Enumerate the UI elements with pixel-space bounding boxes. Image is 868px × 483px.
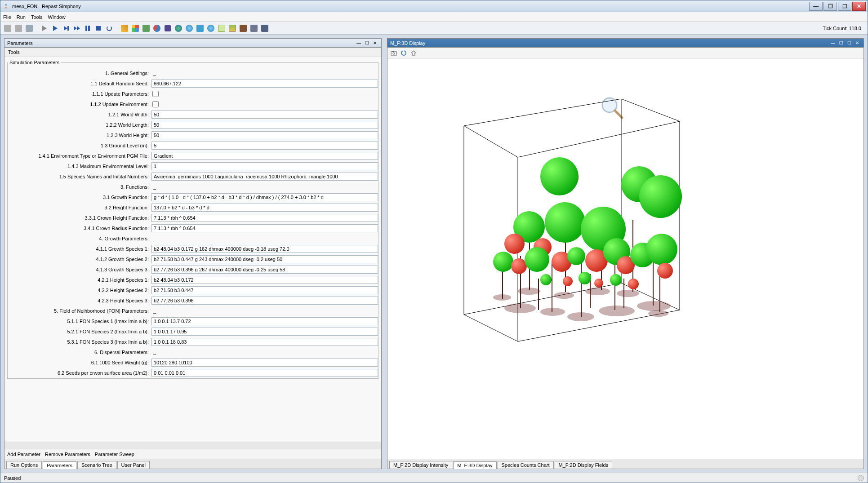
param-input[interactable] <box>151 173 378 181</box>
statusbar: Paused <box>0 473 868 483</box>
wand-button[interactable] <box>120 24 129 33</box>
truck-button[interactable] <box>260 24 269 33</box>
param-row: 1.2.1 World Width: <box>8 110 378 120</box>
param-input[interactable] <box>151 131 378 139</box>
photo-button[interactable] <box>228 24 237 33</box>
param-input[interactable] <box>151 111 378 119</box>
3d-viewport[interactable] <box>387 58 864 459</box>
param-input[interactable] <box>151 204 378 212</box>
param-input[interactable] <box>151 328 378 336</box>
svg-rect-2 <box>392 51 394 52</box>
remove-parameters-link[interactable]: Remove Parameters <box>45 452 90 457</box>
open-button[interactable] <box>3 24 12 33</box>
param-input[interactable] <box>151 369 378 377</box>
fast-forward-button[interactable] <box>72 24 81 33</box>
stop-button[interactable] <box>94 24 103 33</box>
menu-window[interactable]: Window <box>48 14 66 20</box>
param-label: 6.1 1000 Seed Weight (g): <box>8 360 151 365</box>
panel-min-icon[interactable]: — <box>355 40 362 46</box>
home-icon[interactable] <box>410 49 417 57</box>
pause-button[interactable] <box>83 24 92 33</box>
tab[interactable]: Parameters <box>43 461 76 469</box>
database-button[interactable] <box>25 24 34 33</box>
globe-button[interactable] <box>174 24 183 33</box>
param-input[interactable] <box>151 162 378 170</box>
refresh-icon[interactable] <box>400 49 407 57</box>
param-row: 3. Functions:_ <box>8 182 378 192</box>
params-scroll[interactable]: Simulation Parameters 1. General Setting… <box>4 57 381 442</box>
param-label: 1.2.3 World Height: <box>8 133 151 138</box>
menu-file[interactable]: File <box>3 14 11 20</box>
param-input[interactable] <box>151 142 378 150</box>
agents-button[interactable] <box>142 24 151 33</box>
settings-button[interactable] <box>249 24 258 33</box>
param-label: 4.2.2 Height Species 2: <box>8 288 151 293</box>
step-button[interactable] <box>62 24 71 33</box>
param-input[interactable] <box>151 152 378 160</box>
network-button[interactable] <box>206 24 215 33</box>
panel-close-icon[interactable]: ✕ <box>371 40 378 46</box>
tab[interactable]: M_F:3D Display <box>453 461 496 469</box>
tab[interactable]: Scenario Tree <box>77 461 116 469</box>
param-input[interactable] <box>151 276 378 284</box>
init-button[interactable] <box>40 24 49 33</box>
play-button[interactable] <box>51 24 60 33</box>
param-input[interactable] <box>151 245 378 253</box>
sheet-button[interactable] <box>217 24 226 33</box>
param-checkbox[interactable] <box>152 91 159 97</box>
menu-tools[interactable]: Tools <box>31 14 43 20</box>
tab[interactable]: M_F:2D Display Fields <box>555 461 613 469</box>
parameters-panel: Parameters — ☐ ✕ Tools Simulation Parame… <box>4 38 382 469</box>
display-panel: M_F:3D Display — ❐ ☐ ✕ <box>387 38 864 469</box>
tiles-button[interactable] <box>131 24 140 33</box>
param-label: 1.1.2 Update Environment: <box>8 102 151 107</box>
disk-button[interactable] <box>163 24 172 33</box>
param-input[interactable] <box>151 317 378 325</box>
restore-button[interactable]: ❐ <box>823 2 837 11</box>
panel-max-icon[interactable]: ☐ <box>846 40 853 46</box>
param-input[interactable] <box>151 297 378 305</box>
add-parameter-link[interactable]: Add Parameter <box>7 452 40 457</box>
param-label: 5.3.1 FON Species 3 (Imax Imin a b): <box>8 339 151 345</box>
param-row: 6. Dispersal Parameters:_ <box>8 347 378 357</box>
param-input[interactable] <box>151 214 378 222</box>
minimize-button[interactable]: — <box>809 2 823 11</box>
param-input[interactable] <box>151 193 378 201</box>
param-label: 1.1 Default Random Seed: <box>8 81 151 86</box>
param-row: 3.3.1 Crown Height Function: <box>8 213 378 223</box>
panel-max-icon[interactable]: ☐ <box>363 40 370 46</box>
param-input[interactable] <box>151 338 378 346</box>
panel-min-icon[interactable]: — <box>829 40 837 46</box>
tab[interactable]: Species Counts Chart <box>498 461 554 469</box>
tab[interactable]: Run Options <box>6 461 42 469</box>
tab[interactable]: User Panel <box>117 461 150 469</box>
menu-run[interactable]: Run <box>17 14 26 20</box>
param-checkbox[interactable] <box>152 101 159 107</box>
tools-label[interactable]: Tools <box>4 48 381 57</box>
camera-icon[interactable] <box>390 49 397 57</box>
param-label: 4.2.3 Height Species 3: <box>8 298 151 303</box>
panel-close-icon[interactable]: ✕ <box>854 40 861 46</box>
tab[interactable]: M_F:2D Display Intensity <box>389 461 452 469</box>
param-label: 4. Growth Parameters: <box>8 236 151 241</box>
save-button[interactable] <box>14 24 23 33</box>
param-input[interactable] <box>151 359 378 367</box>
param-input[interactable] <box>151 255 378 263</box>
close-button[interactable]: ✕ <box>852 2 866 11</box>
param-input[interactable] <box>151 266 378 274</box>
chart-button[interactable] <box>152 24 161 33</box>
movie-button[interactable] <box>239 24 248 33</box>
output-button[interactable] <box>196 24 205 33</box>
parameter-sweep-link[interactable]: Parameter Sweep <box>95 452 134 457</box>
panel-restore-icon[interactable]: ❐ <box>837 40 845 46</box>
horizontal-scrollbar[interactable] <box>4 442 381 449</box>
param-input[interactable] <box>151 80 378 88</box>
globe2-button[interactable] <box>185 24 194 33</box>
param-label: 5. Field of Neihborhood (FON) Parameters… <box>8 308 151 314</box>
param-row: 1.1.2 Update Environment: <box>8 99 378 109</box>
maximize-button[interactable]: ☐ <box>838 2 851 11</box>
param-input[interactable] <box>151 121 378 129</box>
reset-button[interactable] <box>105 24 114 33</box>
param-input[interactable] <box>151 286 378 294</box>
param-input[interactable] <box>151 224 378 232</box>
